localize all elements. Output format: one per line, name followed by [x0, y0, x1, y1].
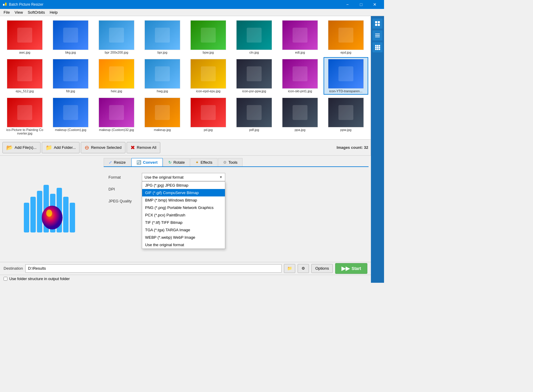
preview-area [0, 156, 101, 262]
svg-rect-18 [338, 66, 353, 81]
image-item[interactable]: makeup (Custom).jpg [48, 96, 93, 137]
image-item[interactable]: icon-epd-epu.jpg [186, 57, 231, 95]
svg-rect-40 [378, 24, 380, 26]
svg-rect-33 [63, 197, 69, 232]
image-thumbnail [53, 98, 88, 127]
svg-rect-2 [5, 3, 7, 6]
svg-rect-14 [155, 66, 170, 81]
image-item[interactable]: icon-skt-pnt1.jpg [278, 57, 322, 95]
main-container: awc.jpgbkg.jpgbpr 200x200.jpgbpr.jpgbpw.… [0, 16, 384, 283]
tab-resize[interactable]: ⤢ Resize [104, 158, 131, 166]
image-label: edt.jpg [295, 51, 305, 54]
image-item[interactable]: bpw.jpg [186, 18, 231, 56]
format-option[interactable]: PCX (*.pcx) PaintBrush [142, 211, 225, 219]
tab-effects[interactable]: ✦ Effects [190, 158, 217, 166]
tab-rotate[interactable]: ↻ Rotate [163, 158, 190, 166]
remove-all-icon: ✖ [130, 144, 135, 151]
image-item[interactable]: makeup.jpg [140, 96, 185, 137]
image-grid[interactable]: awc.jpgbkg.jpgbpr 200x200.jpgbpr.jpgbpw.… [0, 16, 371, 139]
app-icon [2, 2, 7, 7]
tab-tools[interactable]: ⚙ Tools [218, 158, 243, 166]
menu-view[interactable]: View [12, 10, 25, 15]
image-label: epd.jpg [341, 51, 351, 54]
close-button[interactable]: ✕ [368, 0, 382, 9]
sidebar-view-btn-2[interactable] [372, 30, 383, 40]
add-folder-button[interactable]: 📁 Add Folder... [42, 142, 80, 153]
image-thumbnail [190, 98, 226, 127]
image-item[interactable]: pd.jpg [186, 96, 231, 137]
format-option[interactable]: PNG (*.png) Portable Network Graphics [142, 204, 225, 211]
format-option[interactable]: BMP (*.bmp) Windows Bitmap [142, 196, 225, 204]
sidebar-view-btn-1[interactable] [372, 18, 383, 29]
image-item[interactable]: bkg.jpg [48, 18, 93, 56]
format-dropdown-wrapper: Use the original format ▼ JPG (*.jpg) JP… [142, 173, 225, 181]
svg-rect-38 [378, 21, 380, 23]
svg-rect-42 [375, 35, 380, 36]
format-dropdown-list[interactable]: JPG (*.jpg) JPEG BitmapGIF (*.gif) Compu… [142, 181, 225, 249]
options-gear-button[interactable]: ⚙ [298, 264, 309, 273]
image-item[interactable]: makeup (Custom)32.jpg [94, 96, 139, 137]
format-option[interactable]: TGA (*.tga) TARGA Image [142, 226, 225, 234]
app-logo-svg [21, 179, 80, 238]
image-item[interactable]: edt.jpg [278, 18, 322, 56]
image-item[interactable]: awc.jpg [2, 18, 47, 56]
svg-rect-10 [338, 28, 353, 43]
minimize-button[interactable]: − [341, 0, 354, 9]
image-thumbnail [190, 59, 226, 89]
folder-structure-checkbox[interactable] [4, 277, 7, 281]
image-item[interactable]: ppa.jpg [278, 96, 322, 137]
start-button[interactable]: ▶▶ Start [335, 263, 367, 274]
remove-selected-button[interactable]: ⊖ Remove Selected [81, 142, 125, 153]
image-label: epu_512.jpg [16, 89, 34, 93]
start-arrow-icon: ▶▶ [341, 265, 350, 272]
svg-rect-52 [379, 49, 380, 50]
tab-convert[interactable]: 🔄 Convert [131, 158, 163, 166]
image-item[interactable]: bpr.jpg [140, 18, 185, 56]
format-dropdown[interactable]: Use the original format ▼ [142, 173, 225, 181]
format-option[interactable]: GIF (*.gif) CompuServe Bitmap [142, 189, 225, 196]
image-label: ppa.jpg [295, 128, 305, 132]
image-label: bpr.jpg [157, 51, 167, 54]
format-option[interactable]: Use the original format [142, 241, 225, 249]
format-option[interactable]: TIF (*.tif) TIFF Bitmap [142, 219, 225, 226]
remove-all-button[interactable]: ✖ Remove All [127, 142, 160, 153]
menu-file[interactable]: File [1, 10, 12, 15]
sidebar-view-btn-3[interactable] [372, 42, 383, 52]
image-item[interactable]: epd.jpg [324, 18, 368, 56]
svg-rect-49 [379, 47, 380, 48]
image-label: ico-Picture to Painting Converter.jpg [5, 128, 44, 135]
svg-rect-8 [247, 28, 262, 43]
destination-input[interactable] [25, 264, 282, 273]
image-item[interactable]: ppw.jpg [324, 96, 368, 137]
svg-rect-45 [377, 45, 378, 46]
options-button[interactable]: Options [311, 264, 333, 273]
image-item[interactable]: fdr.jpg [48, 57, 93, 95]
convert-icon: 🔄 [136, 160, 141, 165]
image-item[interactable]: icon-psr-ppw.jpg [232, 57, 276, 95]
svg-rect-11 [17, 66, 32, 81]
format-option[interactable]: WEBP (*.webp) WebP Image [142, 234, 225, 241]
image-item[interactable]: cln.jpg [232, 18, 276, 56]
image-item[interactable]: pdf.jpg [232, 96, 276, 137]
image-item[interactable]: heic.jpg [94, 57, 139, 95]
format-option[interactable]: JPG (*.jpg) JPEG Bitmap [142, 182, 225, 189]
maximize-button[interactable]: □ [354, 0, 368, 9]
add-files-icon: 📂 [6, 144, 13, 151]
tab-tools-label: Tools [229, 160, 237, 165]
image-item[interactable]: icon-YTD-transparen... [324, 57, 368, 95]
browse-folder-button[interactable]: 📁 [284, 264, 295, 273]
toolbar: 📂 Add File(s)... 📁 Add Folder... ⊖ Remov… [0, 139, 371, 155]
svg-rect-25 [293, 105, 307, 120]
view-grid-icon [375, 44, 380, 50]
svg-rect-12 [63, 66, 78, 81]
image-item[interactable]: epu_512.jpg [2, 57, 47, 95]
image-label: makeup.jpg [154, 128, 171, 132]
image-item[interactable]: ico-Picture to Painting Converter.jpg [2, 96, 47, 137]
image-thumbnail [282, 59, 318, 89]
menu-softorbits[interactable]: SoftOrbits [25, 10, 47, 15]
remove-all-label: Remove All [137, 145, 156, 150]
add-files-button[interactable]: 📂 Add File(s)... [2, 142, 41, 153]
image-item[interactable]: hwg.jpg [140, 57, 185, 95]
image-item[interactable]: bpr 200x200.jpg [94, 18, 139, 56]
menu-help[interactable]: Help [47, 10, 60, 15]
